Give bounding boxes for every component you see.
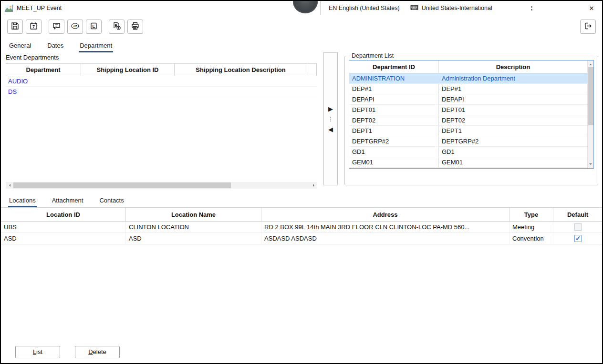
vertical-scroll-thumb[interactable] [588, 67, 593, 125]
department-id-cell: DEPTGRP#2 [349, 136, 439, 146]
column-header-department[interactable]: Department [6, 64, 81, 76]
default-checkbox[interactable] [574, 235, 582, 242]
toolbar: 7 uf E E [1, 15, 602, 38]
exit-arrow-icon [583, 21, 593, 32]
department-cell: DS [6, 88, 81, 95]
default-checkbox[interactable] [574, 223, 582, 231]
svg-text:E: E [92, 24, 95, 29]
letter-e-icon: E [89, 21, 98, 32]
location-id-cell: UBS [1, 222, 126, 233]
department-list-row[interactable]: ADMINISTRATION Administration Department [349, 73, 587, 84]
save-button[interactable] [7, 20, 23, 34]
column-header-address[interactable]: Address [261, 208, 509, 221]
vertical-scrollbar[interactable] [587, 61, 593, 168]
department-list-row[interactable]: DEPTGRP#2 DEPTGRP#2 [349, 136, 587, 147]
language-indicator[interactable]: EN English (United States) [321, 5, 405, 11]
column-header-type[interactable]: Type [509, 208, 553, 221]
footer-bar: List Delete [1, 341, 602, 363]
comments-button[interactable] [49, 20, 64, 34]
transfer-panel-wrap: ▶ ◀ [317, 52, 344, 185]
tab-department[interactable]: Department [79, 40, 113, 52]
department-description-cell: GD1 [439, 147, 587, 157]
horizontal-scroll-track[interactable] [12, 182, 310, 189]
list-button[interactable]: List [15, 346, 60, 358]
event-department-row[interactable]: DS [6, 87, 317, 97]
location-row[interactable]: UBS CLINTON LOCATION RD 2 BOX 99L 14th M… [1, 222, 602, 233]
move-right-button[interactable]: ▶ [328, 106, 333, 112]
department-list-row[interactable]: DEPT01 DEPT01 [349, 105, 587, 115]
language-bar-options[interactable] [528, 1, 535, 15]
column-header-shipping-location-description[interactable]: Shipping Location Description [175, 64, 307, 76]
event-departments-header: Department Shipping Location ID Shipping… [6, 63, 317, 76]
department-id-cell: DEPT1 [349, 126, 439, 136]
department-list-row[interactable]: DEPT02 DEPT02 [349, 115, 587, 126]
column-header-description[interactable]: Description [439, 61, 587, 73]
delete-button[interactable]: Delete [75, 346, 120, 358]
scroll-down-arrow-icon[interactable] [589, 163, 592, 166]
type-cell: Meeting [509, 222, 553, 233]
close-button[interactable]: ✕ [581, 1, 602, 15]
department-description-cell: DEP#1 [439, 84, 587, 94]
scroll-up-arrow-icon[interactable] [589, 62, 592, 65]
department-list-row[interactable]: DEPAPI DEPAPI [349, 94, 587, 105]
location-row[interactable]: ASD ASD ASDASD ASDASD Convention [1, 233, 602, 244]
toolbar-group-file: 7 [7, 20, 42, 34]
tab-contacts[interactable]: Contacts [98, 195, 125, 207]
window-title: MEET_UP Event [17, 5, 62, 11]
tab-attachment[interactable]: Attachment [51, 195, 84, 207]
column-header-location-name[interactable]: Location Name [126, 208, 261, 221]
add-event-button[interactable]: E [109, 20, 125, 34]
toolbar-group-output: E [109, 20, 143, 34]
calendar-7-icon: 7 [29, 21, 38, 32]
keyboard-layout-item[interactable]: United States-International [405, 4, 497, 12]
locations-grid: Location ID Location Name Address Type D… [1, 208, 602, 341]
column-header-extra [307, 64, 317, 76]
department-description-cell: DEPT02 [439, 115, 587, 125]
address-cell: RD 2 BOX 99L 14th MAIN 3RD FLOOR CLN CLI… [261, 222, 509, 233]
language-bar: EN English (United States) United States… [321, 1, 602, 15]
tab-strip-bottom: Locations Attachment Contacts [1, 192, 602, 208]
department-id-cell: DEP#1 [349, 84, 439, 94]
app-icon [5, 5, 13, 12]
default-cell [553, 222, 602, 233]
column-header-default[interactable]: Default [553, 208, 602, 221]
department-list-row[interactable]: GEM01 GEM01 [349, 157, 587, 168]
calendar-button[interactable]: 7 [26, 20, 42, 34]
location-id-cell: ASD [1, 233, 126, 244]
department-list-row[interactable]: DEPT1 DEPT1 [349, 126, 587, 136]
department-id-cell: DEPT01 [349, 105, 439, 115]
horizontal-scroll-thumb[interactable] [13, 182, 231, 188]
event-department-row[interactable]: AUDIO [6, 76, 317, 87]
event-departments-label: Event Departments [6, 52, 317, 63]
department-list-group: Department List Department ID Descriptio… [344, 52, 598, 185]
department-list-header: Department ID Description [349, 61, 587, 73]
speech-bubble-icon [52, 21, 61, 32]
user-fields-button[interactable]: uf [67, 20, 83, 34]
print-button[interactable] [127, 20, 143, 34]
department-description-cell: DEPTGRP#2 [439, 136, 587, 146]
event-departments-panel: Event Departments Department Shipping Lo… [6, 52, 317, 189]
location-name-cell: ASD [126, 233, 261, 244]
event-add-icon: E [112, 21, 121, 32]
event-button[interactable]: E [86, 20, 102, 34]
department-list-row[interactable]: GD1 GD1 [349, 147, 587, 157]
titlebar[interactable]: MEET_UP Event EN English (United States)… [1, 1, 602, 15]
uf-oval-icon: uf [71, 21, 80, 32]
tab-dates[interactable]: Dates [46, 40, 64, 52]
tab-general[interactable]: General [8, 40, 32, 52]
scroll-left-arrow-icon[interactable] [6, 182, 12, 189]
tab-locations[interactable]: Locations [8, 195, 37, 207]
move-left-button[interactable]: ◀ [328, 126, 333, 132]
scroll-right-arrow-icon[interactable] [310, 182, 317, 189]
horizontal-scrollbar[interactable] [6, 182, 317, 189]
column-header-department-id[interactable]: Department ID [349, 61, 439, 73]
column-header-shipping-location-id[interactable]: Shipping Location ID [81, 64, 175, 76]
printer-icon [131, 21, 140, 32]
department-cell: AUDIO [6, 78, 81, 85]
column-header-location-id[interactable]: Location ID [1, 208, 126, 221]
event-departments-grid: Department Shipping Location ID Shipping… [6, 63, 317, 189]
department-list-row[interactable]: DEP#1 DEP#1 [349, 84, 587, 94]
exit-button[interactable] [580, 20, 596, 34]
transfer-grip-icon[interactable] [330, 115, 331, 123]
toolbar-group-tools: uf E [49, 20, 102, 34]
